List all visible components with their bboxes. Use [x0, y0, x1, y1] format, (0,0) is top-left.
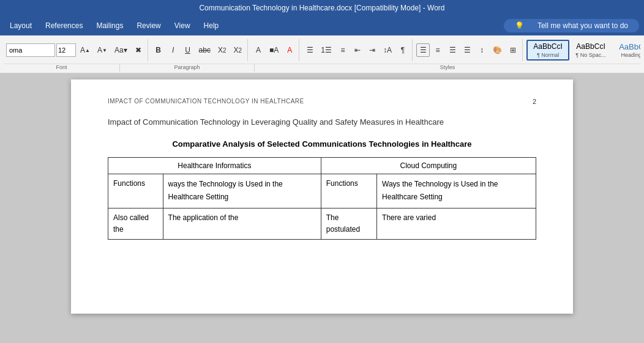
page-header: IMPACT OF COMMUNICATION TECHNOLOGY IN HE… — [108, 98, 536, 105]
menu-review[interactable]: Review — [132, 20, 165, 31]
menu-view[interactable]: View — [170, 20, 195, 31]
underline-button[interactable]: U — [181, 43, 195, 57]
bullets-button[interactable]: ☰ — [303, 43, 316, 57]
menu-mailings[interactable]: Mailings — [91, 20, 128, 31]
align-left-button[interactable]: ☰ — [416, 43, 430, 57]
numbering-button[interactable]: 1☰ — [318, 43, 335, 57]
page-header-title: IMPACT OF COMMUNICATION TECHNOLOGY IN HE… — [108, 98, 304, 105]
font-color-button[interactable]: A — [283, 43, 296, 57]
bold-button[interactable]: B — [152, 43, 165, 57]
decrease-indent-button[interactable]: ⇤ — [351, 43, 364, 57]
table-header-cloud: Cloud Computing — [321, 157, 536, 174]
grow-font-button[interactable]: A▲ — [77, 43, 93, 57]
lightbulb-icon: 💡 — [510, 20, 529, 31]
subheader-ways-2: Ways the Technology is Used in the Healt… — [377, 174, 536, 208]
style-h1-button[interactable]: AaBbCc Heading 1 — [612, 40, 640, 61]
ribbon: A▲ A▼ Aa▾ ✖ B I U abc X2 X2 A ■A A ☰ 1☰ … — [0, 35, 644, 73]
style-nospace-button[interactable]: AaBbCcI ¶ No Spac... — [569, 40, 612, 60]
text-effects-button[interactable]: A — [252, 43, 265, 57]
clear-formatting-button[interactable]: ✖ — [132, 43, 145, 57]
shading-button[interactable]: 🎨 — [490, 43, 505, 57]
comparison-table: Healthcare Informatics Cloud Computing F… — [108, 157, 536, 240]
main-toolbar: A▲ A▼ Aa▾ ✖ B I U abc X2 X2 A ■A A ☰ 1☰ … — [4, 38, 640, 62]
menu-help[interactable]: Help — [199, 20, 224, 31]
styles-group: AaBbCcI ¶ Normal AaBbCcI ¶ No Spac... Aa… — [524, 39, 640, 61]
row1-col3: The postulated — [321, 208, 376, 239]
style-nospace-sample: AaBbCcI — [576, 42, 605, 51]
shrink-font-button[interactable]: A▼ — [94, 43, 110, 57]
increase-indent-button[interactable]: ⇥ — [365, 43, 379, 57]
subheader-functions-1: Functions — [108, 174, 163, 208]
multilevel-button[interactable]: ≡ — [336, 43, 350, 57]
highlight-button[interactable]: ■A — [266, 43, 282, 57]
style-normal-sample: AaBbCcI — [533, 42, 562, 51]
row1-col1: Also called the — [108, 208, 163, 239]
menu-bar: Layout References Mailings Review View H… — [0, 16, 644, 35]
change-case-button[interactable]: Aa▾ — [111, 43, 130, 57]
italic-button[interactable]: I — [167, 43, 180, 57]
font-size-input[interactable] — [56, 43, 76, 57]
row1-col2: The application of the — [163, 208, 321, 239]
font-name-input[interactable] — [6, 43, 55, 57]
justify-button[interactable]: ☰ — [460, 43, 474, 57]
tell-me-text: Tell me what you want to do — [533, 20, 633, 31]
style-h1-label: Heading 1 — [621, 52, 640, 58]
superscript-button[interactable]: X2 — [231, 43, 245, 57]
subheader-ways-1: ways the Technology is Used in the Healt… — [163, 174, 321, 208]
paragraph-group: ☰ 1☰ ≡ ⇤ ⇥ ↕A ¶ — [301, 39, 413, 61]
borders-button[interactable]: ⊞ — [506, 43, 520, 57]
paragraph-section-label: Paragraph — [120, 64, 255, 72]
menu-references[interactable]: References — [40, 20, 88, 31]
align-right-button[interactable]: ☰ — [446, 43, 459, 57]
document-area: IMPACT OF COMMUNICATION TECHNOLOGY IN HE… — [0, 73, 644, 320]
align-center-button[interactable]: ≡ — [431, 43, 444, 57]
sort-button[interactable]: ↕A — [380, 43, 395, 57]
show-formatting-button[interactable]: ¶ — [396, 43, 410, 57]
strikethrough-button[interactable]: abc — [196, 43, 214, 57]
title-bar: Communication Technology in Healthcare.d… — [0, 0, 644, 16]
line-spacing-button[interactable]: ↕ — [475, 43, 489, 57]
document-page: IMPACT OF COMMUNICATION TECHNOLOGY IN HE… — [71, 79, 573, 314]
table-header-informatics: Healthcare Informatics — [108, 157, 321, 174]
page-number: 2 — [533, 98, 536, 105]
title-bar-text: Communication Technology in Healthcare.d… — [199, 4, 444, 12]
section-heading[interactable]: Comparative Analysis of Selected Communi… — [108, 139, 536, 149]
font-section-label: Font — [4, 64, 120, 72]
subheader-functions-2: Functions — [321, 174, 376, 208]
styles-section-label: Styles — [255, 64, 640, 72]
text-format-group: B I U abc X2 X2 — [149, 39, 249, 61]
subscript-button[interactable]: X2 — [215, 43, 230, 57]
menu-layout[interactable]: Layout — [5, 20, 37, 31]
font-group: A▲ A▼ Aa▾ ✖ — [4, 39, 148, 61]
alignment-group: ☰ ≡ ☰ ☰ ↕ 🎨 ⊞ — [414, 39, 523, 61]
style-h1-sample: AaBbCc — [619, 42, 640, 52]
doc-body-title[interactable]: Impact of Communication Technology in Le… — [108, 116, 536, 128]
style-nospace-label: ¶ No Spac... — [575, 52, 605, 58]
style-normal-label: ¶ Normal — [537, 52, 559, 58]
style-normal-button[interactable]: AaBbCcI ¶ Normal — [526, 40, 569, 60]
text-effects-group: A ■A A — [249, 39, 299, 61]
tell-me-search[interactable]: 💡 Tell me what you want to do — [504, 19, 639, 32]
row1-col4: There are varied — [377, 208, 536, 239]
